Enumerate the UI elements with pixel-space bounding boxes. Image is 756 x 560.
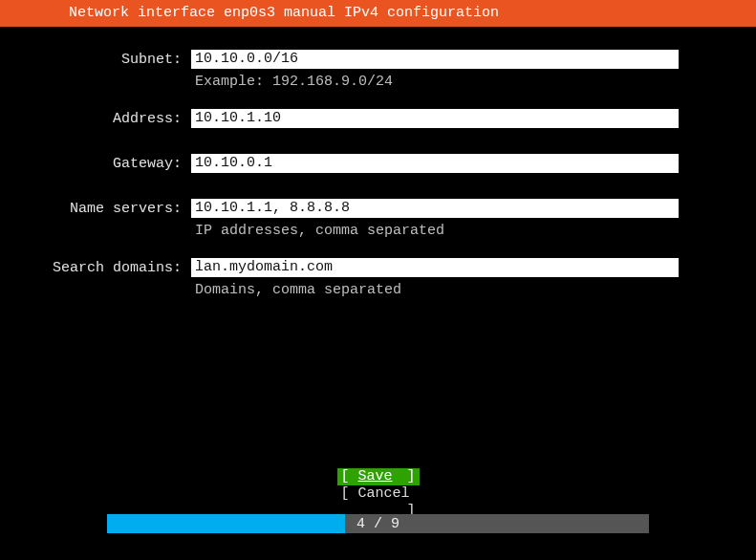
field-gateway: Gateway:: [0, 154, 756, 174]
cancel-label: Cancel: [358, 485, 410, 502]
label-subnet: Subnet:: [0, 50, 191, 70]
progress-fill: [107, 514, 345, 533]
save-button[interactable]: [ Save]: [337, 468, 420, 485]
hint-subnet: Example: 192.168.9.0/24: [191, 74, 393, 90]
button-area: [ Save] [ Cancel]: [0, 468, 756, 520]
input-nameservers[interactable]: [191, 199, 679, 218]
field-address: Address:: [0, 109, 756, 129]
label-address: Address:: [0, 109, 191, 129]
progress-bar: 4 / 9: [107, 514, 649, 533]
save-label: Save: [358, 468, 393, 485]
cancel-button[interactable]: [ Cancel]: [337, 485, 420, 503]
hint-searchdomains: Domains, comma separated: [191, 282, 401, 298]
progress-label: 4 / 9: [356, 516, 400, 532]
input-subnet[interactable]: [191, 50, 679, 69]
field-subnet: Subnet:: [0, 50, 756, 70]
field-searchdomains: Search domains:: [0, 258, 756, 278]
form: Subnet: Example: 192.168.9.0/24 Address:…: [0, 27, 756, 298]
label-gateway: Gateway:: [0, 154, 191, 174]
input-searchdomains[interactable]: [191, 258, 679, 277]
label-nameservers: Name servers:: [0, 199, 191, 219]
field-nameservers: Name servers:: [0, 199, 756, 219]
input-gateway[interactable]: [191, 154, 679, 173]
input-address[interactable]: [191, 109, 679, 128]
page-title: Network interface enp0s3 manual IPv4 con…: [69, 5, 499, 21]
page-header: Network interface enp0s3 manual IPv4 con…: [0, 0, 756, 27]
label-searchdomains: Search domains:: [0, 258, 191, 278]
hint-nameservers: IP addresses, comma separated: [191, 223, 444, 239]
